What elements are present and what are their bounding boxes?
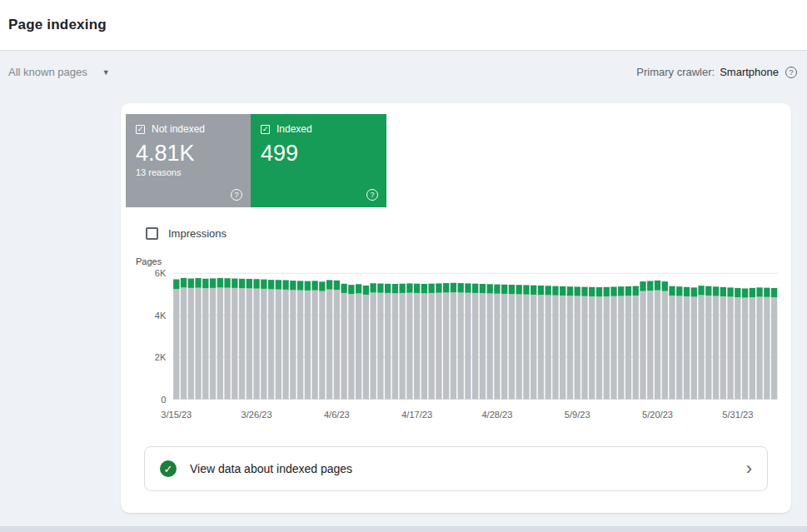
svg-text:4/28/23: 4/28/23 — [481, 410, 512, 420]
check-circle-icon: ✓ — [160, 460, 177, 477]
not-indexed-label: Not indexed — [152, 123, 205, 135]
svg-text:4K: 4K — [155, 311, 167, 321]
view-indexed-data-link[interactable]: ✓ View data about indexed pages › — [144, 446, 768, 491]
toolbar: All known pages ▼ Primary crawler: Smart… — [0, 51, 807, 78]
not-indexed-value: 4.81K — [136, 141, 241, 167]
svg-text:5/9/23: 5/9/23 — [565, 410, 590, 420]
indexed-value: 499 — [261, 141, 376, 167]
page-filter-dropdown[interactable]: All known pages ▼ — [8, 66, 110, 78]
indexed-tile-header: ✓ Indexed — [261, 123, 376, 135]
stacked-bar-chart: 6K4K2K03/15/233/26/234/6/234/17/234/28/2… — [136, 268, 781, 425]
not-indexed-reasons: 13 reasons — [136, 167, 241, 177]
help-icon[interactable]: ? — [785, 67, 797, 78]
svg-text:0: 0 — [161, 395, 166, 405]
indexed-tile[interactable]: ✓ Indexed 499 ? — [251, 114, 386, 207]
svg-text:3/15/23: 3/15/23 — [161, 410, 192, 420]
metric-tiles: ✓ Not indexed 4.81K 13 reasons ? ✓ Index… — [121, 103, 791, 207]
chevron-down-icon: ▼ — [102, 68, 110, 77]
impressions-toggle[interactable]: Impressions — [146, 227, 791, 240]
not-indexed-checkbox[interactable]: ✓ — [136, 125, 145, 134]
svg-text:2K: 2K — [155, 352, 167, 362]
chevron-right-icon: › — [746, 460, 752, 478]
pages-chart-section: Pages 6K4K2K03/15/233/26/234/6/234/17/23… — [136, 256, 781, 425]
chart-y-axis-title: Pages — [136, 256, 781, 266]
page-filter-label: All known pages — [8, 66, 87, 78]
help-icon[interactable]: ? — [366, 189, 378, 201]
bottom-edge — [0, 526, 807, 532]
indexed-checkbox[interactable]: ✓ — [261, 125, 270, 134]
page-header: Page indexing — [0, 0, 807, 51]
help-icon[interactable]: ? — [231, 189, 242, 201]
svg-text:4/17/23: 4/17/23 — [401, 410, 432, 420]
page-indexing-card: ✓ Not indexed 4.81K 13 reasons ? ✓ Index… — [121, 103, 791, 513]
not-indexed-tile[interactable]: ✓ Not indexed 4.81K 13 reasons ? — [126, 114, 251, 207]
svg-text:5/31/23: 5/31/23 — [722, 410, 753, 420]
svg-text:5/20/23: 5/20/23 — [642, 410, 673, 420]
svg-text:3/26/23: 3/26/23 — [242, 410, 272, 420]
primary-crawler: Primary crawler: Smartphone ? — [636, 66, 797, 78]
primary-crawler-value: Smartphone — [720, 66, 779, 78]
impressions-checkbox[interactable] — [146, 227, 158, 240]
not-indexed-tile-header: ✓ Not indexed — [136, 123, 241, 135]
view-indexed-data-label: View data about indexed pages — [190, 462, 733, 475]
impressions-label: Impressions — [168, 227, 227, 240]
svg-text:4/6/23: 4/6/23 — [324, 410, 350, 420]
page-title: Page indexing — [8, 17, 107, 33]
indexed-label: Indexed — [276, 123, 312, 135]
svg-text:6K: 6K — [155, 268, 167, 278]
primary-crawler-label: Primary crawler: — [636, 66, 715, 78]
